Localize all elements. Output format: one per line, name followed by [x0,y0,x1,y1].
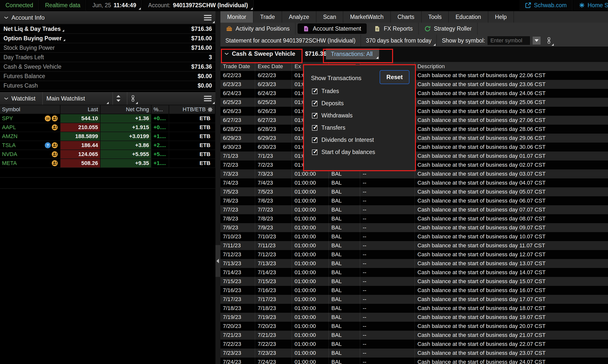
panel-menu-icon[interactable] [204,96,211,101]
watchlist-row[interactable]: AMZN188.5899+3.0199+1....ETB [0,132,215,141]
transaction-filter-option[interactable]: Dividends or Interest [304,134,415,146]
tab-scan[interactable]: Scan [316,11,343,23]
table-row[interactable]: 7/15/237/15/2301:00:00BAL--Cash balance … [220,277,608,286]
table-row[interactable]: 7/9/237/9/2301:00:00BAL--Cash balance at… [220,223,608,232]
net-chng-cell: +3.86 [101,141,152,150]
transaction-filter-option[interactable]: Transfers [304,122,415,134]
column-net-chng[interactable]: Net Chng [101,105,152,114]
checkbox-checked-icon[interactable] [312,137,317,143]
account-info-row[interactable]: Futures Balance$0.00 [0,72,215,81]
account-info-row[interactable]: Option Buying Power$716.00 [0,34,215,43]
symbol-input[interactable] [488,36,530,45]
table-row[interactable]: 7/11/237/11/2301:00:00BAL--Cash balance … [220,241,608,250]
account-info-row[interactable]: Stock Buying Power$716.00 [0,43,215,53]
watchlist-row[interactable]: AAPL210.055+1.915+0....ETB [0,123,215,132]
watchlist-header[interactable]: Watchlist Main Watchlist [0,92,215,105]
account-info-row[interactable]: Day Trades Left3 [0,53,215,62]
tab-trade[interactable]: Trade [253,11,282,23]
transaction-filter-option[interactable]: Trades [304,85,415,97]
table-row[interactable]: 7/8/237/8/2301:00:00BAL--Cash balance at… [220,214,608,223]
link-symbols-icon[interactable] [127,92,139,105]
table-row[interactable]: 7/13/237/13/2301:00:00BAL--Cash balance … [220,259,608,268]
table-row[interactable]: 7/17/237/17/2301:00:00BAL--Cash balance … [220,295,608,304]
table-row[interactable]: 7/23/237/23/2301:00:00BAL--Cash balance … [220,349,608,358]
show-transactions-popup: Show Transactions Reset TradesDepositsWi… [303,64,416,171]
tab-marketwatch[interactable]: MarketWatch [343,11,391,23]
table-row[interactable]: 7/22/237/22/2301:00:00BAL--Cash balance … [220,340,608,349]
account-info-row[interactable]: Net Liq & Day Trades$716.36 [0,24,215,34]
date-range-selector[interactable]: 370 days back from today [361,35,437,47]
transaction-filter-option[interactable]: Withdrawals [304,109,415,122]
watchlist-row[interactable]: NVDA124.065+5.955+5....ETB [0,150,215,159]
table-row[interactable]: 7/6/237/6/2301:00:00BAL--Cash balance at… [220,196,608,205]
col-exec-date[interactable]: Exec Date [255,62,292,71]
subtab-activity-and-positions[interactable]: Activity and Positions [220,23,296,35]
trade-date-cell: 7/16/23 [220,286,255,295]
table-row[interactable]: 7/20/237/20/2301:00:00BAL--Cash balance … [220,322,608,331]
table-row[interactable]: 7/19/237/19/2301:00:00BAL--Cash balance … [220,313,608,322]
reset-button[interactable]: Reset [380,70,409,84]
last-cell: 508.26 [60,159,101,167]
link-symbols-icon[interactable] [543,35,555,47]
col-description[interactable]: Description [415,62,608,71]
column-symbol[interactable]: Symbol [0,105,60,114]
checkbox-checked-icon[interactable] [312,150,317,155]
account-info-row[interactable]: Cash & Sweep Vehicle$716.36 [0,62,215,72]
tab-charts[interactable]: Charts [391,11,422,23]
qty-cell: -- [360,250,415,259]
exec-time-cell: 01:00:00 [292,322,329,331]
table-row[interactable]: 7/16/237/16/2301:00:00BAL--Cash balance … [220,286,608,295]
subtab-strategy-roller[interactable]: Strategy Roller [419,23,478,35]
checkbox-checked-icon[interactable] [312,125,317,131]
tab-analyze[interactable]: Analyze [282,11,316,23]
symbol-cell: META [0,159,60,167]
watchlist-selector[interactable]: Main Watchlist [42,92,109,105]
transaction-filter-option[interactable]: Start of day balances [304,146,415,158]
table-row[interactable]: 7/10/237/10/2301:00:00BAL--Cash balance … [220,232,608,241]
table-row[interactable]: 7/7/237/7/2301:00:00BAL--Cash balance at… [220,205,608,214]
table-row[interactable]: 7/21/237/21/2301:00:00BAL--Cash balance … [220,331,608,340]
checkbox-checked-icon[interactable] [312,89,317,94]
account-selector[interactable]: Account: 94013972SCHW (Individual) [143,0,253,10]
schwab-link[interactable]: Schwab.com [519,0,572,10]
panel-divider[interactable] [215,11,220,364]
tab-education[interactable]: Education [449,11,488,23]
table-row[interactable]: 7/5/237/5/2301:00:00BAL--Cash balance at… [220,187,608,196]
tab-monitor[interactable]: Monitor [220,11,253,23]
trade-date-cell: 7/13/23 [220,259,255,268]
exec-date-cell: 6/28/23 [255,125,292,134]
table-row[interactable]: 7/14/237/14/2301:00:00BAL--Cash balance … [220,268,608,277]
account-info-row[interactable]: Futures Cash$0.00 [0,81,215,91]
trade-date-cell: 7/10/23 [220,232,255,241]
checkbox-checked-icon[interactable] [312,113,317,118]
tab-help[interactable]: Help [488,11,514,23]
subtab-account-statement[interactable]: Account Statement [298,23,366,34]
date-time-selector[interactable]: Jun, 25 11:44:49 [87,0,142,10]
transaction-filter-option[interactable]: Deposits [304,97,415,109]
watchlist-row[interactable]: TSLA?186.44+3.86+2....ETB [0,141,215,150]
table-row[interactable]: 7/12/237/12/2301:00:00BAL--Cash balance … [220,250,608,259]
cash-sweep-section-toggle[interactable]: Cash & Sweep Vehicle [224,47,295,61]
home-screen-link[interactable]: Home Scr [573,0,608,10]
column-pct[interactable]: %... [152,105,169,114]
account-info-header[interactable]: Account Info [0,11,215,24]
watchlist-row[interactable]: META508.26+9.35+1....ETB [0,159,215,168]
watchlist-row[interactable]: SPY24544.10+1.36+0....ETB [0,114,215,123]
transactions-filter-button[interactable]: Transactions: All [326,49,379,59]
column-htb-etb[interactable]: HTB/ETB [169,105,215,114]
collapse-panel-arrow-icon[interactable] [216,259,219,263]
column-last[interactable]: Last [60,105,101,114]
qty-cell: -- [360,187,415,196]
symbol-dropdown-arrow[interactable] [532,36,541,45]
table-row[interactable]: 7/4/237/4/2301:00:00BAL--Cash balance at… [220,178,608,187]
tab-tools[interactable]: Tools [422,11,449,23]
panel-menu-icon[interactable] [204,15,211,20]
gear-icon[interactable] [207,107,213,112]
subtab-fx-reports[interactable]: FX Reports [369,23,419,35]
checkbox-checked-icon[interactable] [312,101,317,106]
pct-cell: +0.... [152,114,169,123]
watchlist-spinner[interactable] [112,92,124,105]
table-row[interactable]: 7/18/237/18/2301:00:00BAL--Cash balance … [220,304,608,313]
table-row[interactable]: 7/24/237/24/2301:00:00BAL--Cash balance … [220,358,608,364]
col-trade-date[interactable]: Trade Date [220,62,255,71]
